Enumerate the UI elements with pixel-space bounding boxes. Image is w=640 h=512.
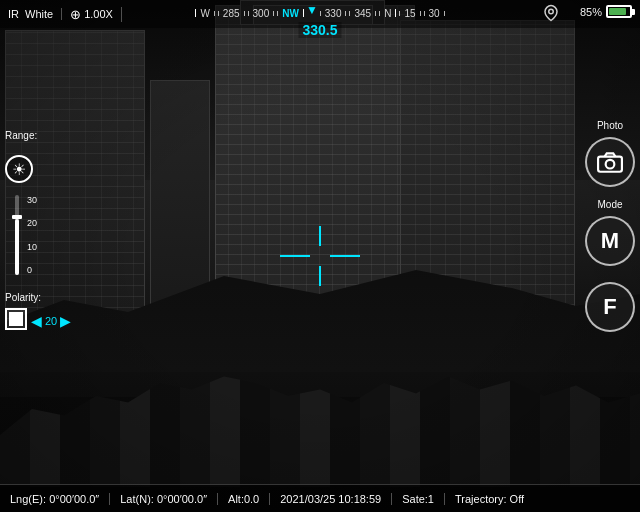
brightness-icon[interactable]: ☀: [5, 155, 33, 183]
compass-tick: [379, 11, 380, 16]
arrow-value: 20: [45, 315, 57, 327]
focus-button[interactable]: F: [585, 282, 635, 332]
compass-tick: [273, 11, 274, 16]
heading-display: 330.5: [298, 22, 341, 38]
lat-text: Lat(N): 0°00′00.0″: [120, 493, 207, 505]
latitude-display: Lat(N): 0°00′00.0″: [110, 493, 218, 505]
arrow-left[interactable]: ◀: [31, 313, 42, 329]
satellite-display: Sate:1: [392, 493, 445, 505]
ir-mode-display: IR White: [0, 8, 62, 20]
zoom-display: ⊕ 1.00X: [62, 7, 122, 22]
tick-10: 10: [27, 242, 37, 252]
focus-btn-text: F: [603, 294, 616, 320]
range-slider-fill: [15, 219, 19, 275]
longitude-display: Lng(E): 0°00′00.0″: [0, 493, 110, 505]
battery-icon: [606, 5, 632, 18]
tick-30: 30: [27, 195, 37, 205]
range-slider-container: 30 20 10 0: [5, 195, 71, 275]
lng-text: Lng(E): 0°00′00.0″: [10, 493, 99, 505]
compass-tick: [195, 9, 196, 17]
compass-tick: [349, 11, 350, 16]
tick-20: 20: [27, 218, 37, 228]
compass-tick: [218, 11, 219, 16]
photo-button[interactable]: [585, 137, 635, 187]
compass-tick: [244, 11, 245, 16]
left-controls: Range: ☀ 30 20 10 0 Polarity: ◀ 20 ▶: [5, 130, 71, 330]
sate-text: Sate:1: [402, 493, 434, 505]
trajectory-display: Trajectory: Off: [445, 493, 534, 505]
compass-label-285: 285: [223, 8, 240, 19]
altitude-display: Alt:0.0: [218, 493, 270, 505]
mode-label: Mode: [597, 199, 622, 210]
compass-tick: [277, 11, 278, 16]
compass-tick: [399, 11, 400, 16]
range-slider-track[interactable]: [15, 195, 19, 275]
compass-bar: W 285 300 NW ▼ 330 345 N 15 30: [130, 2, 510, 24]
mode-btn-text: M: [601, 228, 619, 254]
tick-0: 0: [27, 265, 37, 275]
compass-tick: [320, 11, 321, 16]
zoom-value: 1.00X: [84, 8, 113, 20]
compass-label-n: N: [384, 8, 391, 19]
slider-ticks: 30 20 10 0: [27, 195, 37, 275]
compass-label-300: 300: [253, 8, 270, 19]
ir-label: IR: [8, 8, 19, 20]
compass-tick: [424, 11, 425, 16]
right-controls: Photo Mode M F: [585, 120, 635, 338]
arrow-right[interactable]: ▶: [60, 313, 71, 329]
svg-point-0: [549, 9, 554, 14]
compass-tick: [248, 11, 249, 16]
polarity-label: Polarity:: [5, 292, 41, 303]
svg-point-2: [606, 160, 615, 169]
polarity-indicator: [9, 312, 23, 326]
range-label-row: Range:: [5, 130, 71, 143]
range-slider-thumb[interactable]: [12, 215, 22, 219]
compass-label-w: W: [200, 8, 209, 19]
compass-tick: [375, 11, 376, 16]
photo-label: Photo: [597, 120, 623, 131]
compass-label-30: 30: [429, 8, 440, 19]
compass-tick: [303, 9, 304, 17]
compass-heading-arrow: ▼: [306, 3, 318, 17]
heading-value: 330.5: [298, 22, 341, 38]
compass-label-15: 15: [404, 8, 415, 19]
datetime-display: 2021/03/25 10:18:59: [270, 493, 392, 505]
bottom-status-bar: Lng(E): 0°00′00.0″ Lat(N): 0°00′00.0″ Al…: [0, 484, 640, 512]
trajectory-text: Trajectory: Off: [455, 493, 524, 505]
compass-tick: [420, 11, 421, 16]
compass-tick: [444, 11, 445, 16]
mode-color: White: [25, 8, 53, 20]
battery-fill: [609, 8, 626, 15]
compass-tick: [345, 11, 346, 16]
camera-icon: [597, 151, 623, 173]
alt-text: Alt:0.0: [228, 493, 259, 505]
arrows-container: ◀ 20 ▶: [31, 313, 71, 329]
compass-label-330: 330: [325, 8, 342, 19]
compass-tick: [214, 11, 215, 16]
battery-indicator: 85%: [580, 5, 632, 18]
crosshair-vertical: [319, 226, 321, 286]
gps-signal-icon: [542, 4, 560, 25]
datetime-text: 2021/03/25 10:18:59: [280, 493, 381, 505]
compass-label-345: 345: [354, 8, 371, 19]
mode-button[interactable]: M: [585, 216, 635, 266]
polarity-control: Polarity: ◀ 20 ▶: [5, 287, 71, 330]
compass-tick: [395, 9, 396, 17]
range-label: Range:: [5, 130, 37, 141]
polarity-box[interactable]: [5, 308, 27, 330]
zoom-icon: ⊕: [70, 7, 81, 22]
battery-percent: 85%: [580, 6, 602, 18]
compass-label-nw: NW: [282, 8, 299, 19]
